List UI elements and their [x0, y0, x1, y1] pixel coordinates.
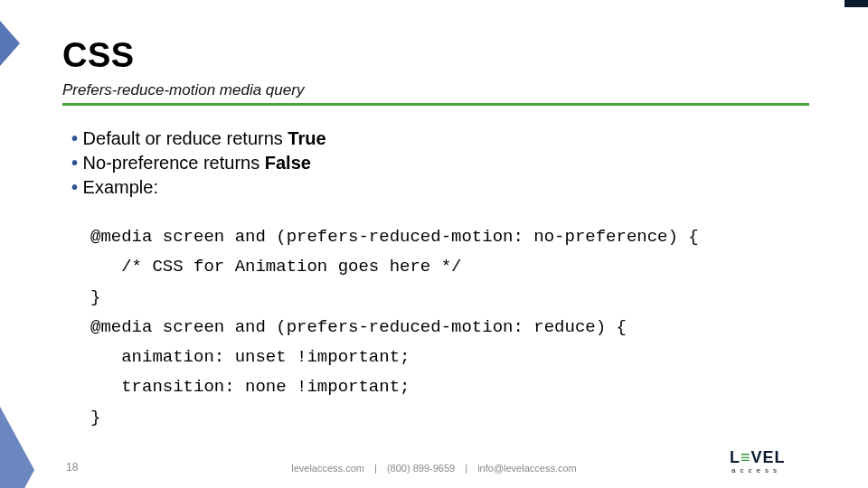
bullet-text: No-preference returns — [83, 153, 265, 173]
bullet-bold: True — [288, 128, 326, 148]
code-block: @media screen and (prefers-reduced-motio… — [90, 222, 699, 433]
bullet-item: • Default or reduce returns True — [71, 127, 326, 151]
bullet-text: Default or reduce returns — [83, 128, 288, 148]
logo-sub: access — [730, 466, 834, 474]
footer-separator: | — [465, 463, 467, 474]
bullet-list: • Default or reduce returns True • No-pr… — [71, 127, 326, 200]
code-line: animation: unset !important; — [90, 347, 410, 367]
bullet-item: • No-preference returns False — [71, 151, 326, 175]
footer-separator: | — [374, 463, 377, 474]
code-line: @media screen and (prefers-reduced-motio… — [90, 317, 627, 337]
footer-phone: (800) 899-9659 — [387, 463, 455, 474]
logo-bars-icon: ≡ — [741, 448, 751, 466]
code-line: /* CSS for Animation goes here */ — [90, 257, 461, 277]
code-line: @media screen and (prefers-reduced-motio… — [90, 227, 699, 247]
logo-main: L≡VEL — [730, 448, 834, 467]
title-divider — [62, 103, 809, 106]
code-line: } — [90, 287, 100, 307]
brand-logo: L≡VEL access — [730, 448, 834, 475]
decorative-bar-top-right — [844, 0, 868, 7]
code-line: transition: none !important; — [90, 377, 410, 397]
page-subtitle: Prefers-reduce-motion media query — [62, 81, 304, 99]
decorative-triangle-bottom-left — [0, 407, 34, 488]
bullet-bold: False — [265, 153, 311, 173]
decorative-triangle-top-left — [0, 21, 20, 66]
bullet-item: • Example: — [71, 175, 326, 200]
footer-email: info@levelaccess.com — [477, 463, 577, 474]
slide: CSS Prefers-reduce-motion media query • … — [0, 0, 868, 488]
footer-url: levelaccess.com — [291, 463, 364, 474]
footer: 18 levelaccess.com | (800) 899-9659 | in… — [0, 452, 868, 474]
bullet-text: Example: — [83, 177, 158, 197]
code-line: } — [90, 408, 100, 427]
page-title: CSS — [62, 36, 135, 75]
